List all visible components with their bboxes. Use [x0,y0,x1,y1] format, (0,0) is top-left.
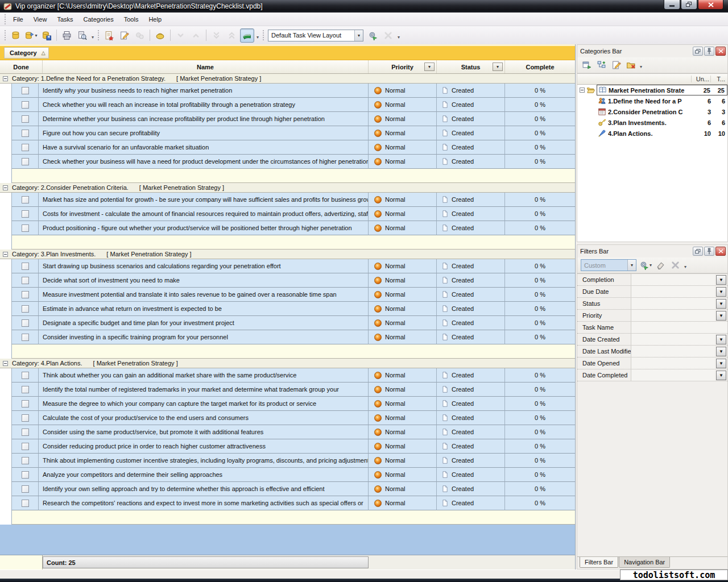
task-row[interactable]: Consider investing in a specific trainin… [0,330,575,344]
task-checkbox[interactable] [22,101,29,109]
task-checkbox[interactable] [22,115,29,123]
menu-item-categories[interactable]: Categories [78,14,119,24]
task-row[interactable]: Determine whether your business can incr… [0,112,575,126]
menu-item-file[interactable]: File [8,14,28,24]
toolbar-more-button[interactable]: ▾ [90,30,96,41]
task-checkbox[interactable] [22,305,29,313]
chevron-down-icon[interactable]: ▾ [627,260,636,271]
filter-value-field[interactable] [631,286,715,297]
task-checkbox[interactable] [22,225,29,232]
task-checkbox[interactable] [22,158,29,165]
task-checkbox[interactable] [22,471,29,479]
notebook-view-button[interactable] [240,28,254,43]
column-header-done[interactable]: Done [0,60,43,73]
toolbar-more-button[interactable]: ▾ [255,30,260,41]
task-checkbox[interactable] [22,400,29,408]
new-category-button[interactable] [580,59,593,72]
task-row[interactable]: Decide what sort of investment you need … [0,273,575,288]
column-header-name[interactable]: Name [43,60,369,73]
filter-value-field[interactable] [631,369,715,381]
status-filter-button[interactable]: ▾ [493,63,503,71]
category-row[interactable]: Category: 3.Plan Investments.[ Market Pe… [0,250,575,259]
task-row[interactable]: Identify your own selling approach and t… [0,482,575,496]
menu-item-tasks[interactable]: Tasks [52,14,78,24]
task-row[interactable]: Research the competitors' reactions and … [0,496,575,510]
task-row[interactable]: Think about whether you can gain an addi… [0,368,575,383]
close-button[interactable] [698,0,723,10]
task-row[interactable]: Measure investment potential and transla… [0,288,575,302]
minimize-button[interactable] [664,0,680,10]
task-row[interactable]: Check whether you will reach an increase… [0,98,575,112]
priority-filter-button[interactable]: ▾ [424,63,435,71]
clear-filter-button[interactable] [653,259,667,272]
task-row[interactable]: Product positioning - figure out whether… [0,221,575,235]
task-row[interactable]: Estimate in advance what return on inves… [0,302,575,316]
collapse-icon[interactable] [3,76,8,81]
task-checkbox[interactable] [22,500,29,507]
filter-value-field[interactable] [631,357,715,369]
apply-layout-button[interactable] [366,28,380,43]
task-checkbox[interactable] [22,87,29,94]
collapse-icon[interactable] [580,88,585,93]
filter-dropdown-button[interactable]: ▼ [716,335,726,344]
tree-header-uncompleted[interactable]: Un... [691,76,710,82]
categories-pin-button[interactable] [704,47,714,56]
filter-dropdown-button[interactable]: ▼ [716,287,726,297]
tree-header-total[interactable]: T... [710,76,727,82]
task-row[interactable]: Measure the degree to which your company… [0,397,575,411]
delete-category-button[interactable] [624,59,638,72]
task-row[interactable]: Identify why your business needs to reac… [0,84,575,98]
tree-item-category-2[interactable]: 2.Consider Penetration C33 [577,106,727,117]
task-checkbox[interactable] [22,130,29,137]
filter-value-field[interactable] [631,298,715,309]
filters-close-button[interactable] [715,247,726,256]
task-row[interactable]: Market has size and potential for growth… [0,193,575,207]
new-database-button[interactable] [9,28,23,43]
menu-item-tools[interactable]: Tools [119,14,144,24]
group-by-category-button[interactable]: Category △ [4,47,49,59]
task-row[interactable]: Identify the total number of registered … [0,383,575,397]
filter-dropdown-button[interactable]: ▼ [716,359,726,368]
filter-value-field[interactable] [631,274,715,285]
apply-filter-button[interactable]: ▾ [639,259,652,272]
column-header-complete[interactable]: Complete [505,60,575,73]
task-row[interactable]: Analyze your competitors and determine t… [0,468,575,482]
category-row[interactable]: Category: 4.Plan Actions.[ Market Penetr… [0,359,575,368]
filter-value-field[interactable] [631,346,715,357]
filter-dropdown-button[interactable]: ▼ [716,347,726,356]
collapse-icon[interactable] [3,252,8,257]
task-checkbox[interactable] [22,210,29,218]
task-checkbox[interactable] [22,457,29,464]
print-button[interactable] [60,28,74,43]
categories-restore-button[interactable] [693,47,703,56]
tree-item-category-4[interactable]: 4.Plan Actions.1010 [577,128,727,139]
column-header-priority[interactable]: Priority▾ [369,60,437,73]
toolbar-overflow-button[interactable]: ▾ [396,30,402,41]
filter-preset-combo[interactable]: Custom▾ [581,259,636,271]
filter-dropdown-button[interactable]: ▼ [716,371,726,380]
task-row[interactable]: Have a survival scenario for an unfavora… [0,140,575,155]
filter-value-field[interactable] [631,334,715,345]
task-checkbox[interactable] [22,334,29,341]
restore-button[interactable] [681,0,697,10]
filter-dropdown-button[interactable]: ▼ [716,275,726,285]
task-view-layout-combo[interactable]: Default Task View Layout▾ [268,30,363,41]
task-row[interactable]: Figure out how you can secure profitabil… [0,126,575,140]
task-row[interactable]: Costs for investment - calculate the amo… [0,207,575,221]
edit-category-button[interactable] [609,59,623,72]
task-checkbox[interactable] [22,429,29,436]
new-subcategory-button[interactable] [594,59,608,72]
toolbar-more-button[interactable]: ▾ [638,60,644,70]
task-checkbox[interactable] [22,386,29,393]
tree-item-root[interactable]: Market Penetration Strate2525 [577,85,727,95]
menu-item-help[interactable]: Help [143,14,167,24]
task-checkbox[interactable] [22,372,29,379]
task-checkbox[interactable] [22,291,29,298]
filter-dropdown-button[interactable]: ▼ [716,299,726,309]
filter-dropdown-button[interactable]: ▼ [716,311,726,321]
tree-item-category-3[interactable]: 3.Plan Investments.66 [577,117,727,128]
chevron-down-icon[interactable]: ▾ [354,30,363,41]
task-row[interactable]: Consider reducing product price in order… [0,439,575,454]
task-row[interactable]: Calculate the cost of your product/servi… [0,411,575,425]
tab-navigation-bar[interactable]: Navigation Bar [619,557,670,568]
